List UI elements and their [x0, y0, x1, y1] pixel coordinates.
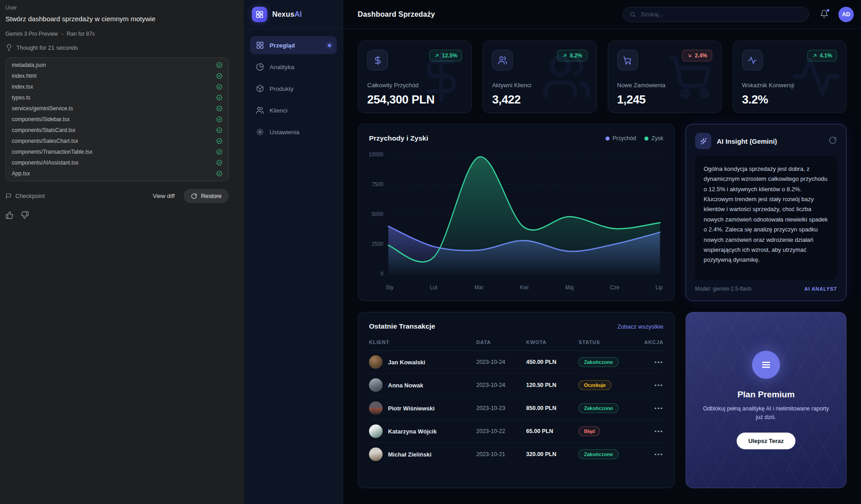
row-actions-button[interactable]: ••• — [654, 428, 663, 435]
file-row[interactable]: components/AIAssistant.tsx — [6, 157, 228, 168]
file-row[interactable]: types.ts — [6, 92, 228, 103]
svg-text:Maj: Maj — [565, 284, 574, 291]
user-prompt-text: Stwórz dashboard sprzedaży w ciemnym mot… — [5, 15, 227, 23]
stat-label: Aktywni Klienci — [492, 82, 587, 89]
status-badge: Zakończono — [578, 449, 618, 459]
change-badge: 8.2% — [557, 50, 587, 61]
ai-insight-card: AI Insight (Gemini) Ogólna kondycja sprz… — [686, 124, 847, 301]
thumbs-up-button[interactable] — [5, 211, 14, 221]
run-meta: Gemini 3 Pro Preview • Ran for 87s — [5, 31, 227, 37]
sidebar-item-produkty[interactable]: Produkty — [250, 80, 337, 98]
area-chart: 025005000750010000StyLutMarKwiMajCzeLip — [369, 146, 663, 295]
file-row[interactable]: components/SalesChart.tsx — [6, 136, 228, 146]
refresh-insight-button[interactable] — [828, 136, 837, 146]
svg-text:Lut: Lut — [430, 284, 438, 291]
customer-avatar — [369, 355, 383, 369]
file-name: components/SalesChart.tsx — [12, 138, 78, 144]
view-all-link[interactable]: Zobacz wszystkie — [617, 323, 663, 330]
check-circle-icon — [216, 138, 222, 144]
check-circle-icon — [216, 149, 222, 155]
stat-value: 3.2% — [742, 93, 837, 107]
sidebar-item-przeglad[interactable]: Przegląd — [250, 36, 337, 54]
actions-cell: ••• — [639, 404, 663, 412]
col-kwota: KWOTA — [526, 339, 579, 345]
flag-icon — [5, 193, 12, 199]
notifications-button[interactable] — [820, 9, 828, 19]
grid-logo-icon — [255, 10, 264, 19]
thumbs-down-button[interactable] — [21, 211, 29, 221]
check-circle-icon — [216, 170, 222, 177]
change-value: 8.2% — [570, 52, 582, 59]
nav-label: Przegląd — [270, 42, 295, 49]
row-actions-button[interactable]: ••• — [654, 359, 663, 366]
search-input[interactable] — [640, 10, 802, 18]
stat-label: Całkowity Przychód — [367, 82, 462, 89]
restore-button[interactable]: Restore — [184, 189, 229, 203]
client-cell: Anna Nowak — [369, 378, 476, 392]
row-actions-button[interactable]: ••• — [654, 382, 663, 389]
file-row[interactable]: metadata.json — [6, 60, 228, 71]
premium-upsell-card: Plan Premium Odblokuj pełną analitykę AI… — [686, 312, 847, 488]
user-avatar[interactable]: AD — [838, 7, 854, 22]
transaction-date: 2023-10-23 — [476, 405, 526, 411]
file-row[interactable]: services/geminiService.ts — [6, 103, 228, 114]
actions-cell: ••• — [639, 358, 663, 366]
trend-up-icon — [812, 53, 818, 58]
stat-icon-tile — [492, 50, 513, 71]
file-name: types.ts — [12, 94, 30, 101]
file-row[interactable]: components/StatsCard.tsx — [6, 125, 228, 136]
svg-text:Sty: Sty — [386, 284, 393, 291]
lightbulb-icon — [5, 44, 13, 51]
file-row[interactable]: components/TransactionTable.tsx — [6, 146, 228, 157]
thought-summary-toggle[interactable]: Thought for 21 seconds — [5, 44, 227, 51]
file-name: components/AIAssistant.tsx — [12, 160, 78, 166]
activity-icon — [747, 56, 757, 65]
model-name: Gemini 3 Pro Preview — [5, 31, 58, 37]
sidebar-item-ustawienia[interactable]: Ustawienia — [250, 123, 337, 141]
stat-value: 3,422 — [492, 93, 587, 107]
svg-text:Mar: Mar — [474, 284, 483, 291]
status-cell: Błąd — [578, 426, 638, 436]
insight-title: AI Insight (Gemini) — [717, 137, 823, 145]
file-row[interactable]: components/Sidebar.tsx — [6, 114, 228, 125]
package-icon — [256, 85, 264, 93]
run-duration: Ran for 87s — [67, 31, 95, 37]
sidebar-item-klienci[interactable]: Klienci — [250, 101, 337, 119]
status-cell: Oczekuje — [578, 380, 638, 390]
change-badge: 4.1% — [807, 50, 837, 61]
customer-avatar — [369, 378, 383, 392]
upgrade-button[interactable]: Ulepsz Teraz — [737, 433, 796, 449]
check-circle-icon — [216, 116, 222, 122]
customer-avatar — [369, 447, 383, 461]
stat-label: Wskaźnik Konwersji — [742, 82, 837, 89]
checkpoint-label-group: Checkpoint — [5, 193, 45, 199]
check-circle-icon — [216, 127, 222, 133]
users-icon — [498, 56, 507, 65]
file-row[interactable]: index.html — [6, 71, 228, 81]
stat-label: Nowe Zamówienia — [617, 82, 712, 89]
row-actions-button[interactable]: ••• — [654, 451, 663, 458]
file-row[interactable]: App.tsx — [6, 168, 228, 179]
gear-icon — [256, 128, 264, 136]
brand-accent: AI — [294, 10, 302, 18]
status-badge: Oczekuje — [578, 380, 611, 390]
transactions-table: KLIENT DATA KWOTA STATUS AKCJA Jan Kowal… — [369, 337, 663, 466]
trend-up-icon — [434, 53, 440, 58]
legend-przychod: Przychód — [606, 135, 636, 141]
model-label: Model: gemini-2.5-flash — [695, 286, 804, 292]
sidebar-item-analityka[interactable]: Analityka — [250, 58, 337, 76]
customer-avatar — [369, 424, 383, 438]
search-box — [623, 7, 809, 22]
change-value: 4.1% — [820, 52, 832, 59]
change-value: 2.4% — [695, 52, 707, 59]
row-actions-button[interactable]: ••• — [654, 405, 663, 412]
file-name: components/TransactionTable.tsx — [12, 149, 92, 155]
status-badge: Zakończono — [578, 403, 618, 413]
chat-role-label: User — [5, 5, 227, 11]
file-name: components/StatsCard.tsx — [12, 127, 76, 133]
file-row[interactable]: index.tsx — [6, 81, 228, 92]
view-diff-link[interactable]: View diff — [153, 193, 175, 199]
thumbs-up-icon — [5, 211, 14, 219]
check-circle-icon — [216, 73, 222, 79]
status-cell: Zakończono — [578, 449, 638, 459]
